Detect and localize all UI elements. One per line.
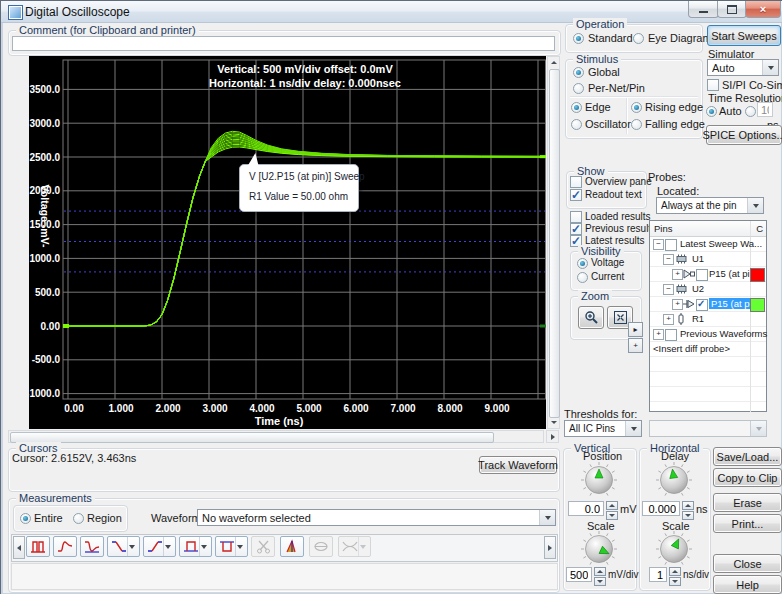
tree-checkbox[interactable] bbox=[665, 329, 677, 341]
radio-voltage[interactable] bbox=[577, 258, 588, 269]
start-sweeps-button[interactable]: Start Sweeps bbox=[707, 25, 781, 46]
horizontal-delay-stepper[interactable] bbox=[682, 501, 694, 520]
radio-entire[interactable] bbox=[20, 513, 31, 524]
radio-global[interactable] bbox=[573, 67, 584, 78]
collapse-icon[interactable]: − bbox=[663, 284, 674, 295]
tree-item-previous-waveforms[interactable]: + Previous Waveforms bbox=[650, 327, 766, 342]
tree-item-r1[interactable]: + R1 bbox=[650, 312, 766, 327]
tree-item-latest-sweep[interactable]: − Latest Sweep Wa... bbox=[650, 237, 766, 252]
scroll-up-icon[interactable] bbox=[548, 57, 559, 68]
period-measurement-button[interactable] bbox=[26, 536, 50, 557]
chevron-down-icon[interactable] bbox=[163, 537, 172, 556]
probes-located-select[interactable]: Always at the pin bbox=[656, 197, 764, 214]
tree-checkbox[interactable] bbox=[665, 239, 677, 251]
waveform-select[interactable]: No waveform selected bbox=[197, 509, 556, 526]
help-button[interactable]: Help bbox=[713, 575, 782, 594]
toolbar-scroll-left-button[interactable] bbox=[13, 536, 25, 559]
expand-icon[interactable]: + bbox=[672, 269, 683, 280]
tree-checkbox[interactable] bbox=[696, 299, 708, 311]
vertical-scale-knob[interactable] bbox=[579, 529, 619, 569]
comment-input[interactable] bbox=[12, 36, 555, 51]
pulse-low-measurement-button[interactable] bbox=[215, 536, 248, 557]
horizontal-delay-input[interactable] bbox=[642, 501, 680, 516]
overview-pane-checkbox[interactable] bbox=[570, 176, 582, 188]
readout-text-checkbox[interactable] bbox=[570, 189, 582, 201]
undershoot-measurement-button[interactable] bbox=[80, 536, 104, 557]
zoom-in-button[interactable] bbox=[578, 306, 604, 329]
expand-icon[interactable]: + bbox=[663, 314, 674, 325]
add-probe-button[interactable]: + bbox=[628, 338, 643, 353]
maximize-button[interactable] bbox=[717, 1, 747, 18]
radio-time-auto[interactable] bbox=[706, 106, 717, 117]
probes-tree[interactable]: Pins C − Latest Sweep Wa... − U1 + bbox=[649, 220, 767, 412]
scope-plot[interactable]: 3500.03000.02500.02000.01500.01000.0500.… bbox=[29, 56, 546, 429]
tree-item-insert-diff-probe[interactable]: <Insert diff probe> bbox=[650, 342, 766, 357]
horizontal-scale-input[interactable] bbox=[649, 567, 667, 582]
radio-rising-edge[interactable] bbox=[631, 102, 642, 113]
chevron-down-icon[interactable] bbox=[625, 421, 641, 436]
overshoot-measurement-button[interactable] bbox=[53, 536, 77, 557]
tree-item-u1-p15[interactable]: + P15 (at pin) bbox=[650, 267, 766, 282]
vertical-position-stepper[interactable] bbox=[606, 501, 618, 520]
radio-oscillator[interactable] bbox=[571, 119, 582, 130]
save-load-button[interactable]: Save/Load... bbox=[713, 447, 782, 466]
horizontal-scroll-thumb[interactable] bbox=[10, 432, 494, 443]
vertical-scale-input[interactable] bbox=[566, 567, 592, 582]
radio-per-net-pin[interactable] bbox=[573, 83, 584, 94]
tree-checkbox[interactable] bbox=[696, 269, 708, 281]
collapse-icon[interactable]: − bbox=[663, 254, 674, 265]
close-action-button[interactable]: Close bbox=[713, 554, 782, 573]
cosim-checkbox[interactable] bbox=[707, 79, 719, 91]
vertical-scale-stepper[interactable] bbox=[594, 567, 606, 586]
chevron-down-icon[interactable] bbox=[127, 537, 136, 556]
simulator-select[interactable]: Auto bbox=[707, 59, 779, 76]
chevron-down-icon[interactable] bbox=[747, 198, 763, 213]
radio-eye-diagram[interactable] bbox=[633, 33, 644, 44]
vertical-position-knob[interactable] bbox=[579, 460, 619, 500]
rising-edge-measurement-button[interactable] bbox=[143, 536, 176, 557]
collapse-icon[interactable]: − bbox=[653, 239, 664, 250]
copy-to-clip-button[interactable]: Copy to Clip bbox=[713, 468, 782, 487]
marker-measurement-button[interactable] bbox=[280, 536, 304, 557]
vertical-scroll-thumb[interactable] bbox=[549, 69, 560, 418]
radio-edge[interactable] bbox=[571, 102, 582, 113]
track-waveform-button[interactable]: Track Waveform bbox=[479, 456, 557, 474]
probe-color-swatch[interactable] bbox=[750, 298, 765, 312]
pulse-high-measurement-button[interactable] bbox=[179, 536, 212, 557]
radio-standard[interactable] bbox=[573, 33, 584, 44]
expand-icon[interactable]: + bbox=[672, 299, 683, 310]
chevron-down-icon[interactable] bbox=[539, 510, 555, 525]
tree-item-u2-p15[interactable]: + P15 (at pin) bbox=[650, 297, 766, 312]
plot-vertical-scrollbar[interactable] bbox=[547, 56, 560, 429]
radio-current[interactable] bbox=[577, 272, 588, 283]
toolbar-scroll-right-button[interactable] bbox=[544, 536, 556, 559]
tree-header[interactable]: Pins C bbox=[650, 221, 766, 237]
erase-button[interactable]: Erase bbox=[713, 493, 782, 512]
expand-probe-panel-button[interactable]: ▸ bbox=[628, 322, 643, 337]
tree-item-u1[interactable]: − U1 bbox=[650, 252, 766, 267]
vertical-position-input[interactable] bbox=[568, 501, 604, 516]
plot-horizontal-scrollbar[interactable] bbox=[8, 430, 544, 443]
scroll-right-icon[interactable] bbox=[546, 430, 559, 443]
time-resolution-input[interactable] bbox=[757, 102, 773, 117]
horizontal-delay-knob[interactable] bbox=[654, 460, 694, 500]
radio-time-manual[interactable] bbox=[745, 106, 756, 117]
tree-item-u2[interactable]: − U2 bbox=[650, 282, 766, 297]
title-bar[interactable]: Digital Oscilloscope bbox=[1, 1, 782, 23]
spice-options-button[interactable]: SPICE Options... bbox=[706, 125, 782, 145]
horizontal-scale-stepper[interactable] bbox=[669, 567, 681, 586]
probe-color-swatch[interactable] bbox=[750, 268, 765, 282]
minimize-button[interactable] bbox=[688, 1, 719, 18]
thresholds-select[interactable]: All IC Pins bbox=[564, 420, 642, 437]
scroll-down-icon[interactable] bbox=[548, 417, 559, 428]
chevron-down-icon[interactable] bbox=[762, 60, 778, 75]
close-button[interactable]: × bbox=[745, 1, 781, 18]
print-button[interactable]: Print... bbox=[713, 514, 782, 533]
horizontal-scale-knob[interactable] bbox=[654, 529, 694, 569]
chevron-down-icon[interactable] bbox=[199, 537, 208, 556]
falling-edge-measurement-button[interactable] bbox=[107, 536, 140, 557]
radio-region[interactable] bbox=[73, 513, 84, 524]
radio-falling-edge[interactable] bbox=[631, 119, 642, 130]
expand-icon[interactable]: + bbox=[653, 329, 664, 340]
chevron-down-icon[interactable] bbox=[235, 537, 244, 556]
